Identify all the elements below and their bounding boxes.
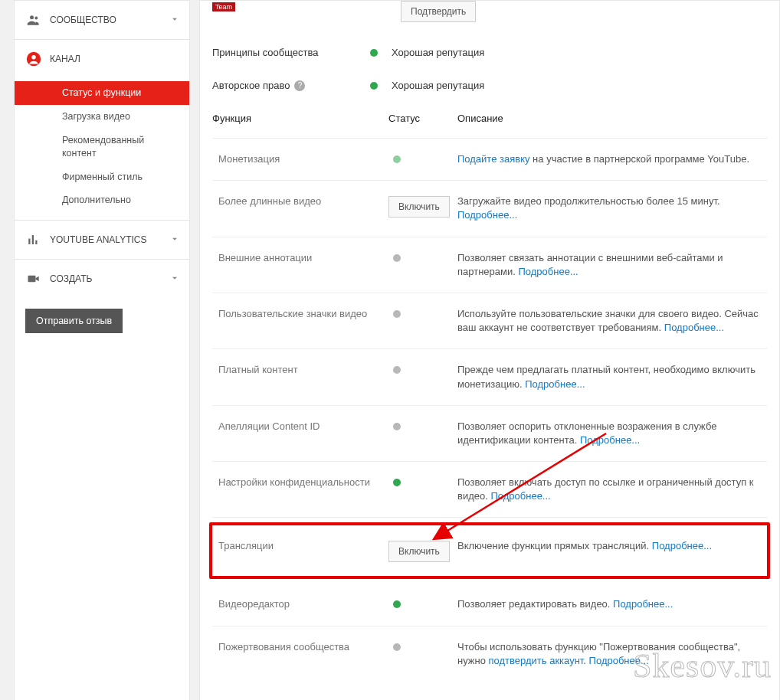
feature-desc: Позволяет оспорить отклоненные возражени… xyxy=(457,420,761,447)
feature-desc: Прежде чем предлагать платный контент, н… xyxy=(457,363,761,391)
subitem-upload[interactable]: Загрузка видео xyxy=(15,105,189,129)
feature-desc: Позволяет включать доступ по ссылке и ог… xyxy=(457,476,761,503)
feature-status xyxy=(388,152,457,165)
feature-name: Внешние аннотации xyxy=(218,251,388,265)
kv-value: Хорошая репутация xyxy=(392,80,484,91)
feature-status xyxy=(388,420,457,433)
svg-rect-5 xyxy=(32,235,34,244)
sidebar-label: КАНАЛ xyxy=(50,54,80,64)
learn-more-link[interactable]: Подробнее... xyxy=(652,540,712,551)
learn-more-link[interactable]: Подробнее... xyxy=(580,434,640,446)
user-circle-icon xyxy=(25,51,42,67)
team-badge: Team xyxy=(212,2,235,11)
confirm-button[interactable]: Подтвердить xyxy=(401,1,476,22)
subitem-branding[interactable]: Фирменный стиль xyxy=(15,165,189,189)
status-dot-green xyxy=(370,49,378,57)
kv-label: Авторское право ? xyxy=(212,80,365,91)
learn-more-link[interactable]: Подробнее... xyxy=(490,490,550,502)
highlight-box: Трансляции Включить Включение функции пр… xyxy=(209,522,770,579)
learn-more-link[interactable]: Подробнее... xyxy=(589,655,649,666)
subitem-advanced[interactable]: Дополнительно xyxy=(15,188,189,212)
feature-status xyxy=(388,363,457,376)
feature-header: Функция Статус Описание xyxy=(212,102,767,139)
kv-label: Принципы сообщества xyxy=(212,47,365,58)
status-dot-green xyxy=(370,82,378,90)
videocam-icon xyxy=(25,270,42,287)
feature-name: Пожертвования сообщества xyxy=(218,640,388,654)
confirm-row: Team Подтвердить xyxy=(212,1,767,36)
feature-row-live-streaming: Трансляции Включить Включение функции пр… xyxy=(212,525,767,576)
feature-name: Монетизация xyxy=(218,152,388,166)
col-status: Статус xyxy=(388,113,457,124)
feature-status xyxy=(388,307,457,320)
chevron-down-icon xyxy=(169,234,180,247)
send-feedback-button[interactable]: Отправить отзыв xyxy=(25,309,123,333)
feature-name: Трансляции xyxy=(218,539,388,553)
feature-row-privacy-settings: Настройки конфиденциальности Позволяет в… xyxy=(212,462,767,518)
enable-live-button[interactable]: Включить xyxy=(388,541,450,562)
subitem-status[interactable]: Статус и функции xyxy=(15,81,189,105)
feature-desc: Позволяет связать аннотации с внешними в… xyxy=(457,251,761,279)
sidebar-label: СООБЩЕСТВО xyxy=(50,15,116,25)
subitem-recommended[interactable]: Рекомендованный контент xyxy=(15,129,189,165)
feature-row-monetization: Монетизация Подайте заявку на участие в … xyxy=(212,139,767,181)
svg-rect-6 xyxy=(35,240,37,244)
kv-value: Хорошая репутация xyxy=(392,47,484,58)
feature-name: Платный контент xyxy=(218,363,388,377)
feature-desc: Чтобы использовать функцию "Пожертвовани… xyxy=(457,640,761,668)
feature-row-contentid-appeals: Апелляции Content ID Позволяет оспорить … xyxy=(212,406,767,462)
apply-link[interactable]: Подайте заявку xyxy=(457,153,530,165)
feature-desc: Используйте пользовательские значки для … xyxy=(457,307,761,335)
learn-more-link[interactable]: Подробнее... xyxy=(664,322,724,333)
learn-more-link[interactable]: Подробнее... xyxy=(518,266,578,277)
feature-name: Апелляции Content ID xyxy=(218,420,388,433)
sidebar-item-community[interactable]: СООБЩЕСТВО xyxy=(15,1,189,39)
feature-name: Пользовательские значки видео xyxy=(218,307,388,321)
feature-row-custom-thumbnails: Пользовательские значки видео Используйт… xyxy=(212,293,767,349)
sidebar-item-create[interactable]: СОЗДАТЬ xyxy=(15,260,189,298)
chevron-down-icon xyxy=(169,273,180,286)
feature-row-community-donations: Пожертвования сообщества Чтобы использов… xyxy=(212,626,767,682)
feature-status: Включить xyxy=(388,195,457,218)
feature-status xyxy=(388,640,457,653)
row-community-principles: Принципы сообщества Хорошая репутация xyxy=(212,36,767,69)
feature-row-external-annotations: Внешние аннотации Позволяет связать анно… xyxy=(212,237,767,293)
creator-sidebar: СООБЩЕСТВО КАНАЛ Статус и функции Загруз… xyxy=(14,0,190,700)
svg-point-3 xyxy=(31,55,36,60)
sidebar-item-analytics[interactable]: YOUTUBE ANALYTICS xyxy=(15,221,189,259)
sidebar-item-channel[interactable]: КАНАЛ xyxy=(15,40,189,78)
feature-row-paid-content: Платный контент Прежде чем предлагать пл… xyxy=(212,349,767,405)
bar-chart-icon xyxy=(25,231,42,248)
row-copyright: Авторское право ? Хорошая репутация xyxy=(212,69,767,102)
feature-name: Более длинные видео xyxy=(218,195,388,208)
chevron-down-icon xyxy=(169,14,180,27)
feature-row-video-editor: Видеоредактор Позволяет редактировать ви… xyxy=(212,584,767,626)
col-description: Описание xyxy=(457,113,767,124)
feature-status xyxy=(388,251,457,264)
channel-subnav: Статус и функции Загрузка видео Рекоменд… xyxy=(15,78,189,220)
feature-name: Настройки конфиденциальности xyxy=(218,476,388,489)
people-icon xyxy=(25,11,42,28)
feature-desc: Включение функции прямых трансляций. Под… xyxy=(457,539,761,553)
svg-rect-7 xyxy=(28,276,36,282)
enable-button[interactable]: Включить xyxy=(388,196,450,218)
feature-row-longer-videos: Более длинные видео Включить Загружайте … xyxy=(212,181,767,237)
feature-name: Видеоредактор xyxy=(218,597,388,611)
verify-account-link[interactable]: подтвердить аккаунт xyxy=(489,655,584,666)
feature-status xyxy=(388,476,457,489)
feature-desc: Подайте заявку на участие в партнерской … xyxy=(457,152,761,166)
learn-more-link[interactable]: Подробнее... xyxy=(457,209,517,221)
feature-status: Включить xyxy=(388,539,457,562)
learn-more-link[interactable]: Подробнее... xyxy=(525,378,585,390)
sidebar-label: YOUTUBE ANALYTICS xyxy=(50,234,146,245)
svg-rect-4 xyxy=(28,239,30,245)
main-panel: Team Подтвердить Принципы сообщества Хор… xyxy=(199,0,780,700)
feature-desc: Позволяет редактировать видео. Подробнее… xyxy=(457,597,761,611)
feature-status xyxy=(388,597,457,610)
svg-point-1 xyxy=(34,17,38,20)
learn-more-link[interactable]: Подробнее... xyxy=(613,598,673,610)
svg-point-0 xyxy=(30,15,34,19)
feature-desc: Загружайте видео продолжительностью боле… xyxy=(457,195,761,222)
col-function: Функция xyxy=(212,113,388,124)
help-icon[interactable]: ? xyxy=(294,80,305,91)
